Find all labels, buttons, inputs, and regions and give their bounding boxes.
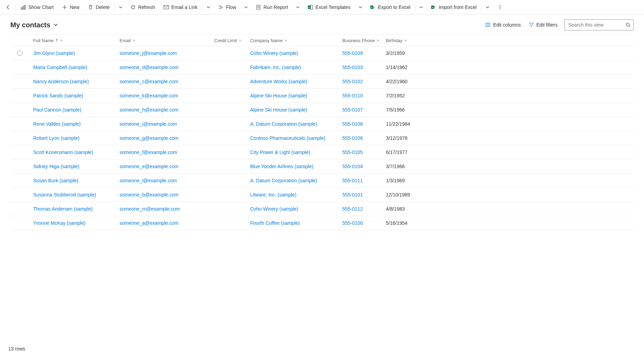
fullname-link[interactable]: Scott Konersmann (sample) bbox=[33, 149, 93, 155]
import-excel-button[interactable]: x Import from Excel bbox=[427, 0, 481, 15]
search-input[interactable] bbox=[565, 20, 633, 30]
flow-dropdown[interactable] bbox=[240, 0, 252, 15]
fullname-link[interactable]: Paul Cannon (sample) bbox=[33, 107, 81, 113]
company-link[interactable]: Alpine Ski House (sample) bbox=[250, 107, 307, 113]
company-link[interactable]: Fourth Coffee (sample) bbox=[250, 220, 300, 226]
flow-icon bbox=[218, 4, 224, 10]
table-row[interactable]: Rene Valdes (sample)someone_i@example.co… bbox=[10, 117, 634, 131]
delete-button[interactable]: Delete bbox=[84, 0, 114, 15]
fullname-link[interactable]: Yvonne McKay (sample) bbox=[33, 220, 86, 226]
svg-rect-4 bbox=[257, 5, 260, 9]
fullname-link[interactable]: Nancy Anderson (sample) bbox=[33, 79, 89, 84]
column-header-birthday[interactable]: Birthday bbox=[386, 38, 437, 43]
export-excel-button[interactable]: x Export to Excel bbox=[366, 0, 415, 15]
company-link[interactable]: Adventure Works (sample) bbox=[250, 79, 307, 84]
phone-link[interactable]: 555-0112 bbox=[342, 206, 363, 212]
column-header-fullname[interactable]: Full Name bbox=[33, 38, 115, 43]
table-row[interactable]: Robert Lyon (sample)someone_g@example.co… bbox=[10, 131, 634, 145]
table-row[interactable]: Scott Konersmann (sample)someone_f@examp… bbox=[10, 145, 634, 160]
email-link[interactable]: someone_k@example.com bbox=[120, 93, 178, 98]
column-header-creditlimit[interactable]: Credit Limit bbox=[198, 38, 242, 43]
phone-link[interactable]: 555-0110 bbox=[342, 93, 363, 98]
chevron-down-icon bbox=[418, 4, 424, 10]
company-link[interactable]: Coho Winery (sample) bbox=[250, 206, 298, 212]
phone-link[interactable]: 555-0105 bbox=[342, 149, 363, 155]
email-link[interactable]: someone_i@example.com bbox=[120, 121, 177, 127]
email-link-button[interactable]: Email a Link bbox=[159, 0, 202, 15]
table-row[interactable]: Susanna Stubberod (sample)someone_b@exam… bbox=[10, 188, 634, 202]
search-button[interactable] bbox=[624, 21, 632, 29]
email-link[interactable]: someone_e@example.com bbox=[120, 164, 179, 169]
excel-templates-dropdown[interactable] bbox=[355, 0, 366, 15]
company-link[interactable]: Contoso Pharmaceuticals (sample) bbox=[250, 135, 325, 141]
phone-link[interactable]: 555-0111 bbox=[342, 178, 363, 183]
table-row[interactable]: Maria Campbell (sample)someone_d@example… bbox=[10, 60, 634, 75]
table-row[interactable]: Susan Burk (sample)someone_l@example.com… bbox=[10, 174, 634, 188]
run-report-dropdown[interactable] bbox=[292, 0, 303, 15]
phone-link[interactable]: 555-0108 bbox=[342, 121, 363, 127]
refresh-button[interactable]: Refresh bbox=[126, 0, 159, 15]
import-excel-dropdown[interactable] bbox=[482, 0, 493, 15]
export-excel-dropdown[interactable] bbox=[416, 0, 427, 15]
more-commands-button[interactable] bbox=[493, 0, 507, 15]
table-row[interactable]: Nancy Anderson (sample)someone_c@example… bbox=[10, 75, 634, 89]
back-button[interactable] bbox=[1, 0, 15, 15]
email-link[interactable]: someone_a@example.com bbox=[120, 220, 179, 226]
fullname-link[interactable]: Rene Valdes (sample) bbox=[33, 121, 80, 127]
company-link[interactable]: City Power & Light (sample) bbox=[250, 149, 310, 155]
flow-button[interactable]: Flow bbox=[214, 0, 240, 15]
phone-link[interactable]: 555-0100 bbox=[342, 220, 363, 226]
table-row[interactable]: Patrick Sands (sample)someone_k@example.… bbox=[10, 89, 634, 103]
fullname-link[interactable]: Patrick Sands (sample) bbox=[33, 93, 83, 98]
email-link[interactable]: someone_j@example.com bbox=[120, 50, 177, 56]
show-chart-button[interactable]: Show Chart bbox=[16, 0, 58, 15]
email-link[interactable]: someone_h@example.com bbox=[120, 107, 179, 113]
phone-link[interactable]: 555-0104 bbox=[342, 164, 363, 169]
email-link[interactable]: someone_m@example.com bbox=[120, 206, 180, 212]
row-select-checkbox[interactable] bbox=[17, 50, 22, 56]
email-link-dropdown[interactable] bbox=[203, 0, 214, 15]
phone-link[interactable]: 555-0109 bbox=[342, 50, 363, 56]
view-selector[interactable]: My contacts bbox=[10, 21, 58, 29]
fullname-link[interactable]: Sidney Higa (sample) bbox=[33, 164, 79, 169]
column-header-email[interactable]: Email bbox=[120, 38, 194, 43]
table-row[interactable]: Yvonne McKay (sample)someone_a@example.c… bbox=[10, 216, 634, 230]
delete-dropdown[interactable] bbox=[115, 0, 126, 15]
phone-link[interactable]: 555-0107 bbox=[342, 107, 363, 113]
fullname-link[interactable]: Robert Lyon (sample) bbox=[33, 135, 79, 141]
new-button[interactable]: New bbox=[58, 0, 84, 15]
company-link[interactable]: Alpine Ski House (sample) bbox=[250, 93, 307, 98]
excel-templates-button[interactable]: x Excel Templates bbox=[303, 0, 355, 15]
fullname-link[interactable]: Thomas Andersen (sample) bbox=[33, 206, 93, 212]
table-row[interactable]: Sidney Higa (sample)someone_e@example.co… bbox=[10, 160, 634, 174]
phone-link[interactable]: 555-0103 bbox=[342, 65, 363, 70]
email-link[interactable]: someone_l@example.com bbox=[120, 178, 177, 183]
column-header-phone[interactable]: Business Phone bbox=[342, 38, 382, 43]
email-link[interactable]: someone_g@example.com bbox=[120, 135, 179, 141]
email-link[interactable]: someone_d@example.com bbox=[120, 65, 179, 70]
column-header-company[interactable]: Company Name bbox=[250, 38, 338, 43]
edit-columns-button[interactable]: Edit columns bbox=[484, 21, 521, 29]
company-link[interactable]: A. Datum Corporation (sample) bbox=[250, 121, 317, 127]
chevron-down-icon bbox=[243, 4, 249, 10]
company-link[interactable]: Blue Yonder Airlines (sample) bbox=[250, 164, 313, 169]
fullname-link[interactable]: Jim Glynn (sample) bbox=[33, 50, 75, 56]
company-link[interactable]: Coho Winery (sample) bbox=[250, 50, 298, 56]
table-row[interactable]: Thomas Andersen (sample)someone_m@exampl… bbox=[10, 202, 634, 216]
phone-link[interactable]: 555-0106 bbox=[342, 135, 363, 141]
fullname-link[interactable]: Susan Burk (sample) bbox=[33, 178, 78, 183]
fullname-link[interactable]: Susanna Stubberod (sample) bbox=[33, 192, 96, 197]
phone-link[interactable]: 555-0102 bbox=[342, 79, 363, 84]
company-link[interactable]: A. Datum Corporation (sample) bbox=[250, 178, 317, 183]
email-link[interactable]: someone_c@example.com bbox=[120, 79, 178, 84]
company-link[interactable]: Fabrikam, Inc. (sample) bbox=[250, 65, 301, 70]
table-row[interactable]: Jim Glynn (sample)someone_j@example.comC… bbox=[10, 46, 634, 60]
fullname-link[interactable]: Maria Campbell (sample) bbox=[33, 65, 87, 70]
edit-filters-button[interactable]: Edit filters bbox=[528, 21, 558, 29]
email-link[interactable]: someone_b@example.com bbox=[120, 192, 179, 197]
email-link[interactable]: someone_f@example.com bbox=[120, 149, 177, 155]
company-link[interactable]: Litware, Inc. (sample) bbox=[250, 192, 296, 197]
run-report-button[interactable]: Run Report bbox=[252, 0, 293, 15]
table-row[interactable]: Paul Cannon (sample)someone_h@example.co… bbox=[10, 103, 634, 117]
phone-link[interactable]: 555-0101 bbox=[342, 192, 363, 197]
